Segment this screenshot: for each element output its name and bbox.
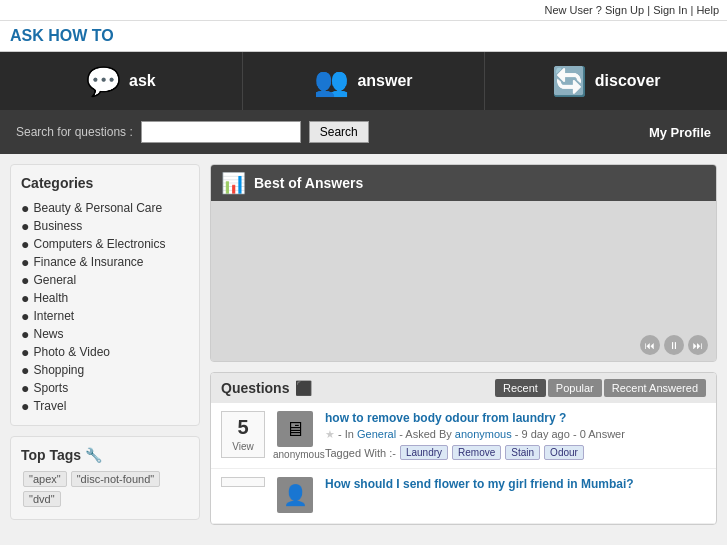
bullet-icon: ● [21,363,29,377]
help-link[interactable]: Help [696,4,719,16]
category-label: Travel [33,399,66,413]
tag-odour[interactable]: Odour [544,445,584,460]
category-item[interactable]: ●Travel [21,397,189,415]
avatar-name: anonymous [273,449,317,460]
top-tags-title: Top Tags 🔧 [21,447,189,463]
question-meta: ★ - In General - Asked By anonymous - 9 … [325,428,706,441]
view-count-box: 5 View [221,411,265,458]
meta-dash: - [573,428,580,440]
category-item[interactable]: ●Computers & Electronics [21,235,189,253]
category-label: Photo & Video [33,345,110,359]
avatar-image: 🖥 [277,411,313,447]
top-tag-chip[interactable]: "apex" [23,471,67,487]
main-layout: Categories ●Beauty & Personal Care●Busin… [0,154,727,535]
questions-box: Questions ⬛ Recent Popular Recent Answer… [210,372,717,525]
tags-list: "apex""disc-not-found""dvd" [21,469,189,509]
category-label: Business [33,219,82,233]
bullet-icon: ● [21,327,29,341]
meta-asked: - Asked By [399,428,455,440]
category-label: Shopping [33,363,84,377]
question-item: 5 View 🖥 anonymous how to remove body od… [211,403,716,469]
categories-section: Categories ●Beauty & Personal Care●Busin… [10,164,200,426]
question-author[interactable]: anonymous [455,428,512,440]
bullet-icon: ● [21,273,29,287]
tags-icon: 🔧 [85,447,102,463]
top-tag-chip[interactable]: "dvd" [23,491,61,507]
category-label: Internet [33,309,74,323]
category-item[interactable]: ●Health [21,289,189,307]
media-pause-button[interactable]: ⏸ [664,335,684,355]
tag-stain[interactable]: Stain [505,445,540,460]
logo-bar: ASK HOW TO [0,21,727,52]
questions-label: Questions [221,380,289,396]
search-left: Search for questions : Search [16,121,369,143]
media-prev-button[interactable]: ⏮ [640,335,660,355]
tag-remove[interactable]: Remove [452,445,501,460]
search-button[interactable]: Search [309,121,369,143]
question-answers: 0 Answer [580,428,625,440]
tab-recent[interactable]: Recent [495,379,546,397]
star-icon: ★ [325,428,335,440]
categories-list: ●Beauty & Personal Care●Business●Compute… [21,199,189,415]
separator1: | [647,4,650,16]
category-label: Beauty & Personal Care [33,201,162,215]
bullet-icon: ● [21,399,29,413]
category-label: Sports [33,381,68,395]
sign-in-link[interactable]: Sign In [653,4,687,16]
tags-label: Tagged With :- [325,447,396,459]
search-label: Search for questions : [16,125,133,139]
question-time: 9 day ago [522,428,570,440]
nav-discover[interactable]: 🔄 discover [485,52,727,110]
sign-up-link[interactable]: Sign Up [605,4,644,16]
category-item[interactable]: ●Business [21,217,189,235]
category-label: General [33,273,76,287]
bullet-icon: ● [21,309,29,323]
question-item-2: 👤 How should I send flower to my girl fr… [211,469,716,524]
site-logo[interactable]: ASK HOW TO [10,27,114,44]
bullet-icon: ● [21,255,29,269]
best-answers-header: 📊 Best of Answers [211,165,716,201]
new-user-text: New User ? [544,4,601,16]
nav-bar: 💬 ask 👥 answer 🔄 discover [0,52,727,110]
category-item[interactable]: ●Photo & Video [21,343,189,361]
question-title[interactable]: how to remove body odour from laundry ? [325,411,706,425]
questions-header: Questions ⬛ Recent Popular Recent Answer… [211,373,716,403]
best-answers-box: 📊 Best of Answers ⏮ ⏸ ⏭ [210,164,717,362]
question-title-2[interactable]: How should I send flower to my girl frie… [325,477,706,491]
nav-ask-label: ask [129,72,156,90]
tab-recent-answered[interactable]: Recent Answered [604,379,706,397]
tag-laundry[interactable]: Laundry [400,445,448,460]
my-profile-link[interactable]: My Profile [649,125,711,140]
category-item[interactable]: ●Beauty & Personal Care [21,199,189,217]
nav-discover-label: discover [595,72,661,90]
meta-time: - [515,428,522,440]
category-label: Health [33,291,68,305]
search-input[interactable] [141,121,301,143]
question-content: how to remove body odour from laundry ? … [325,411,706,460]
avatar-image-2: 👤 [277,477,313,513]
tab-popular[interactable]: Popular [548,379,602,397]
category-item[interactable]: ●News [21,325,189,343]
discover-icon: 🔄 [552,65,587,98]
nav-answer-label: answer [357,72,412,90]
category-item[interactable]: ●Sports [21,379,189,397]
meta-separator: - In [338,428,357,440]
category-item[interactable]: ●Shopping [21,361,189,379]
category-item[interactable]: ●Finance & Insurance [21,253,189,271]
ask-icon: 💬 [86,65,121,98]
question-tags: Tagged With :- Laundry Remove Stain Odou… [325,445,706,460]
nav-ask[interactable]: 💬 ask [0,52,243,110]
view-label: View [232,441,254,452]
question-content-2: How should I send flower to my girl frie… [325,477,706,494]
category-item[interactable]: ●Internet [21,307,189,325]
content-area: 📊 Best of Answers ⏮ ⏸ ⏭ Questions ⬛ Rece… [210,164,717,525]
answer-icon: 👥 [314,65,349,98]
category-item[interactable]: ●General [21,271,189,289]
best-answers-title: Best of Answers [254,175,363,191]
category-label: News [33,327,63,341]
nav-answer[interactable]: 👥 answer [243,52,486,110]
top-tag-chip[interactable]: "disc-not-found" [71,471,161,487]
media-next-button[interactable]: ⏭ [688,335,708,355]
question-category[interactable]: General [357,428,396,440]
bullet-icon: ● [21,237,29,251]
